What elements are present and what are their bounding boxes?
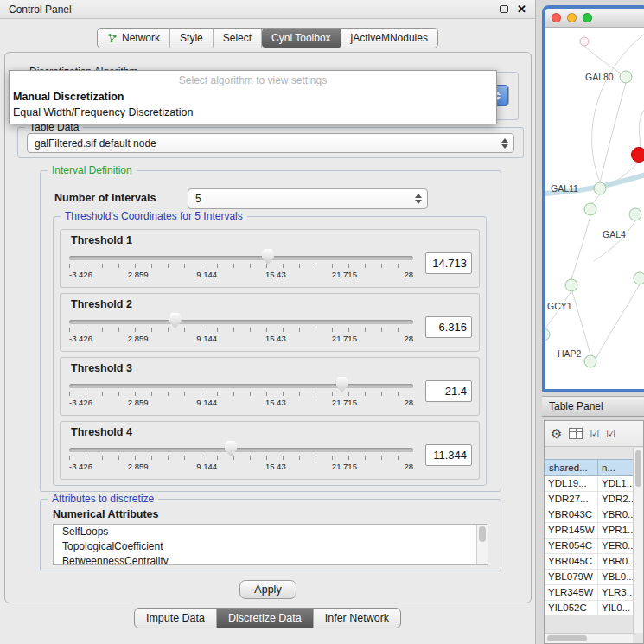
- tick-label: 2.859: [128, 462, 149, 471]
- tick-label: 9.144: [196, 398, 217, 407]
- network-edge[interactable]: [594, 220, 635, 261]
- tab-impute-data[interactable]: Impute Data: [135, 609, 217, 628]
- panel-window-controls: ✕: [500, 3, 526, 15]
- network-edge[interactable]: [639, 107, 644, 148]
- threshold-4-slider[interactable]: -3.426 2.859 9.144 15.43 21.715 28: [67, 439, 415, 477]
- network-node[interactable]: [545, 328, 550, 341]
- table-row[interactable]: YBR045CYBR0...: [545, 554, 643, 570]
- cyni-toolbox-panel: Discretization Algorithm Table Data galF…: [4, 52, 532, 603]
- slider-track[interactable]: [69, 384, 413, 388]
- tick-label: 28: [404, 462, 413, 471]
- table-row[interactable]: YPR145WYPR1...: [545, 523, 643, 539]
- network-node[interactable]: [584, 203, 596, 215]
- tab-infer-network[interactable]: Infer Network: [314, 609, 400, 628]
- table-row[interactable]: YLR345WYLR3...: [545, 585, 643, 601]
- list-item[interactable]: SelfLoops: [54, 525, 488, 539]
- list-scrollbar[interactable]: [476, 525, 488, 564]
- table-row[interactable]: YBR043CYBR0...: [545, 507, 643, 523]
- tick-label: 21.715: [332, 270, 357, 279]
- tab-network[interactable]: Network: [98, 29, 170, 48]
- network-node[interactable]: [594, 182, 606, 194]
- selected-node[interactable]: [632, 148, 644, 163]
- network-window-titlebar[interactable]: [545, 9, 644, 28]
- tick-label: -3.426: [69, 462, 92, 471]
- threshold-4-value-input[interactable]: [425, 444, 472, 466]
- number-of-intervals-combobox[interactable]: 5: [188, 188, 428, 209]
- table-row[interactable]: YDL19...YDL1...: [545, 476, 643, 492]
- tick-label: 15.43: [265, 398, 286, 407]
- apply-button[interactable]: Apply: [239, 580, 296, 599]
- network-node[interactable]: [565, 279, 577, 291]
- tick-label: -3.426: [69, 270, 92, 279]
- zoom-window-icon[interactable]: [583, 13, 592, 22]
- tab-discretize-data[interactable]: Discretize Data: [217, 609, 314, 628]
- table-row[interactable]: YBL079WYBL0...: [545, 570, 643, 585]
- table-data-combobox[interactable]: galFiltered.sif default node: [27, 133, 514, 153]
- node-label: GAL4: [603, 229, 626, 239]
- network-edge[interactable]: [584, 46, 623, 75]
- slider-thumb[interactable]: [225, 441, 237, 456]
- tab-jactivemnodules[interactable]: jActiveMNodules: [341, 29, 437, 48]
- table-panel-toolbar: ⚙ ☑ ☑: [545, 421, 643, 447]
- network-edge[interactable]: [596, 284, 640, 358]
- slider-track[interactable]: [69, 448, 413, 452]
- network-node[interactable]: [620, 71, 632, 83]
- table-vertical-scrollbar[interactable]: [633, 448, 643, 633]
- network-node[interactable]: [580, 37, 589, 46]
- table-row[interactable]: YIL052CYIL0...: [545, 601, 643, 616]
- tick-label: 21.715: [332, 462, 357, 471]
- network-node[interactable]: [629, 208, 641, 220]
- slider-thumb[interactable]: [336, 377, 348, 392]
- table-row[interactable]: YDR27...YDR2...: [545, 492, 643, 507]
- table-horizontal-scrollbar[interactable]: [545, 633, 633, 643]
- column-header-shared-name[interactable]: shared...: [545, 459, 598, 476]
- table-row[interactable]: YER054CYER0...: [545, 539, 643, 554]
- threshold-3-slider[interactable]: -3.426 2.859 9.144 15.43 21.715 28: [67, 375, 415, 413]
- network-node[interactable]: [634, 272, 644, 284]
- select-visible-checkbox-icon[interactable]: ☑: [606, 429, 615, 439]
- slider-thumb[interactable]: [169, 313, 182, 328]
- network-edge[interactable]: [571, 215, 590, 279]
- list-item[interactable]: BetweennessCentrality: [54, 554, 488, 565]
- threshold-1-value-input[interactable]: [425, 252, 472, 274]
- columns-icon[interactable]: [569, 428, 583, 439]
- scrollbar-thumb[interactable]: [479, 526, 486, 542]
- control-panel: Control Panel ✕ Network Style Select Cyn…: [0, 0, 536, 644]
- scrollbar-thumb[interactable]: [635, 450, 641, 487]
- slider-ticks: [69, 264, 413, 268]
- tab-select[interactable]: Select: [214, 29, 262, 48]
- tab-style[interactable]: Style: [170, 29, 214, 48]
- slider-track[interactable]: [69, 256, 413, 260]
- settings-gear-icon[interactable]: ⚙: [551, 427, 562, 440]
- network-node[interactable]: [584, 355, 596, 367]
- close-panel-icon[interactable]: ✕: [517, 3, 526, 15]
- dropdown-option-equal-width-frequency[interactable]: Equal Width/Frequency Discretization: [10, 105, 496, 120]
- slider-thumb[interactable]: [262, 249, 274, 265]
- threshold-2-value-input[interactable]: [425, 316, 472, 338]
- dropdown-option-manual-discretization[interactable]: Manual Discretization: [10, 89, 496, 105]
- combo-arrows-icon: [501, 138, 508, 149]
- slider-ticks: [69, 328, 413, 332]
- minimize-window-icon[interactable]: [567, 13, 577, 22]
- network-icon: [107, 33, 118, 43]
- threshold-3-value-input[interactable]: [425, 380, 472, 402]
- attributes-list[interactable]: SelfLoops TopologicalCoefficient Between…: [53, 524, 488, 565]
- network-edge[interactable]: [600, 83, 626, 182]
- network-edge[interactable]: [590, 194, 600, 204]
- tick-label: 15.43: [265, 334, 286, 343]
- network-canvas[interactable]: GAL80 GAL11 GAL4 GCY1 HAP2: [545, 28, 644, 389]
- network-edge[interactable]: [572, 291, 590, 355]
- threshold-1-slider[interactable]: -3.426 2.859 9.144 15.43 21.715 28: [67, 247, 415, 285]
- close-window-icon[interactable]: [552, 13, 561, 22]
- slider-track[interactable]: [69, 320, 413, 324]
- select-all-checkbox-icon[interactable]: ☑: [590, 429, 599, 439]
- tick-label: 2.859: [128, 334, 149, 343]
- float-panel-icon[interactable]: [500, 5, 508, 13]
- tick-label: -3.426: [69, 334, 92, 343]
- tick-label: 28: [404, 270, 413, 279]
- scrollbar-thumb[interactable]: [547, 635, 587, 641]
- list-item[interactable]: TopologicalCoefficient: [54, 539, 488, 554]
- number-of-intervals-value: 5: [195, 193, 201, 205]
- threshold-2-slider[interactable]: -3.426 2.859 9.144 15.43 21.715 28: [67, 311, 415, 349]
- tab-cyni-toolbox[interactable]: Cyni Toolbox: [262, 29, 341, 48]
